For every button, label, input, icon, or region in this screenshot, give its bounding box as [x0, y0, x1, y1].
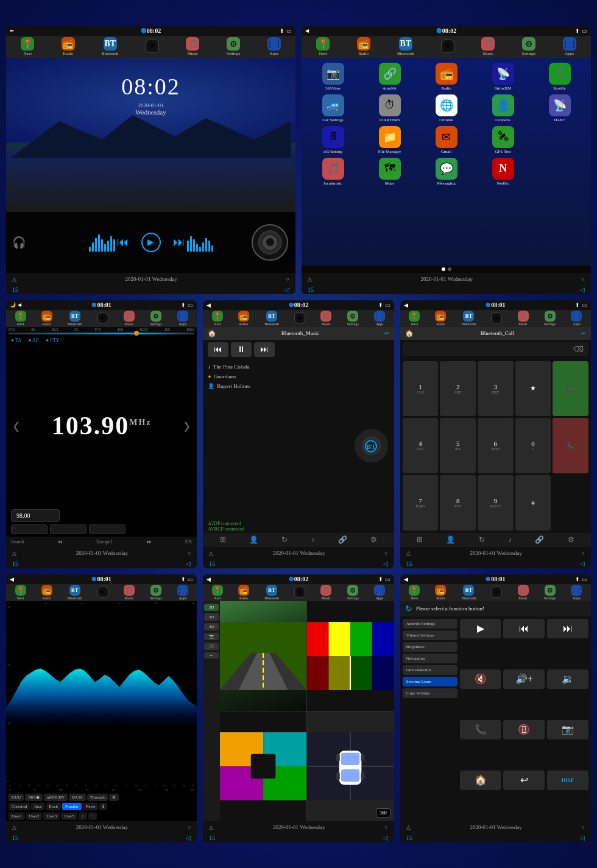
radio-next[interactable]: ❯ — [183, 420, 191, 432]
n6-radio[interactable]: 📻Radio — [41, 585, 52, 600]
eq-btn-plus[interactable]: ⊕ — [109, 794, 119, 801]
n6-music[interactable]: 🎵Music — [124, 585, 135, 600]
nav2-radio[interactable]: 📻Radio — [357, 37, 370, 56]
n5-apps[interactable]: ⋮⋮Apps — [571, 311, 582, 326]
key-4[interactable]: 4GHI — [403, 418, 439, 473]
n8-settings[interactable]: ⚙Settings — [544, 585, 556, 600]
eq-popular[interactable]: Popular — [62, 803, 82, 810]
eq-classical[interactable]: Classical — [9, 803, 30, 810]
radio-search[interactable]: Search — [11, 539, 24, 545]
nav-apps[interactable]: ⋮⋮ Apps — [267, 37, 281, 56]
music-controls[interactable]: ⏮ ▶ ⏭ — [117, 233, 185, 252]
app-360view[interactable]: 📷360View — [306, 63, 359, 91]
cam-photo-btn[interactable]: 📷 — [204, 633, 219, 640]
carset-btn-next[interactable]: ⏭ — [547, 619, 588, 638]
app-messaging[interactable]: 💬Messaging — [420, 158, 473, 186]
nav-music[interactable]: 🎵 Music — [186, 37, 199, 56]
call-grid-icon[interactable]: ⊞ — [417, 535, 423, 545]
radio-step-prev[interactable]: ⏮ — [58, 539, 63, 545]
n4-navi[interactable]: 📍Navi — [212, 311, 223, 326]
nav-navi[interactable]: 📍 Navi — [21, 37, 34, 56]
eq-btn-uuu[interactable]: UUU — [9, 794, 24, 801]
n8-cam[interactable]: 👁 — [491, 587, 502, 598]
key-end[interactable]: 📞 — [553, 418, 588, 473]
app-netflix[interactable]: NNetflix — [476, 158, 529, 186]
key-1[interactable]: 1GLD — [403, 361, 439, 417]
eq-jazz[interactable]: Jazz — [31, 803, 44, 810]
prev-btn[interactable]: ⏮ — [117, 235, 129, 249]
eq-reset[interactable]: Reset — [83, 803, 99, 810]
bt-pause-btn[interactable]: ⏸ — [231, 342, 252, 357]
n6-apps[interactable]: ⋮⋮Apps — [177, 585, 188, 600]
eq-btn-through[interactable]: Through — [87, 794, 108, 801]
call-person-icon[interactable]: 👤 — [446, 535, 455, 545]
key-0[interactable]: 0+ — [515, 418, 551, 473]
eq-user2[interactable]: User2 — [26, 813, 43, 820]
app-localmusic[interactable]: 🎵localmusic — [306, 158, 359, 186]
bt-person-icon[interactable]: 👤 — [249, 535, 258, 545]
bt-call-back[interactable]: ↩ — [581, 330, 586, 336]
carset-logo[interactable]: Logo Settings — [403, 688, 457, 698]
eq-btn-bass[interactable]: BASS — [69, 794, 86, 801]
call-gear-icon[interactable]: ⚙ — [568, 535, 574, 545]
bt-gear-icon[interactable]: ⚙ — [370, 535, 377, 545]
bt-next-btn[interactable]: ⏭ — [254, 342, 275, 357]
n7-bt[interactable]: BTBluetooth — [264, 585, 279, 600]
eq-user1[interactable]: User1 — [9, 813, 25, 820]
call-refresh-icon[interactable]: ↻ — [479, 535, 485, 545]
cam-video-btn[interactable]: 🎥 — [204, 643, 219, 650]
n3-music[interactable]: 🎵Music — [124, 311, 135, 326]
carset-btn-vol-down[interactable]: 🔉 — [547, 669, 588, 689]
app-iavsetting[interactable]: 🎚iAVSetting — [306, 126, 359, 154]
app-gpstest[interactable]: 🛰GPS Test — [476, 126, 529, 154]
nav2-apps[interactable]: ⋮⋮Apps — [563, 37, 576, 56]
next-btn[interactable]: ⏭ — [173, 235, 185, 249]
carset-btn-mute[interactable]: 🔇 — [460, 669, 501, 689]
key-5[interactable]: 5JKL — [440, 418, 476, 473]
carset-volume-settings[interactable]: Volume Settings — [403, 630, 457, 640]
eq-user5[interactable]: User5 — [61, 813, 77, 820]
nav-cam[interactable]: 👁 — [146, 40, 159, 54]
bt-refresh-icon[interactable]: ↻ — [281, 535, 288, 545]
n7-navi[interactable]: 📍Navi — [212, 585, 223, 600]
key-6[interactable]: 6MNO — [478, 418, 514, 473]
n6-navi[interactable]: 📍Navi — [15, 585, 26, 600]
n4-radio[interactable]: 📻Radio — [238, 311, 249, 326]
n8-navi[interactable]: 📍Navi — [409, 585, 420, 600]
nav2-music[interactable]: 🎵Music — [481, 37, 495, 56]
carset-steering[interactable]: Steering Learn — [403, 677, 457, 686]
n4-bt[interactable]: BTBluetooth — [264, 311, 279, 326]
n3-bt[interactable]: BTBluetooth — [68, 311, 82, 326]
n3-settings[interactable]: ⚙Settings — [150, 311, 161, 326]
key-7[interactable]: 7PQRS — [403, 475, 439, 531]
n7-cam[interactable]: 👁 — [294, 587, 305, 598]
app-gmail[interactable]: ✉Gmail — [420, 126, 473, 154]
nav2-settings[interactable]: ⚙Settings — [522, 37, 536, 56]
bt-playback-controls[interactable]: ⏮ ⏸ ⏭ — [203, 340, 394, 359]
phone-input[interactable]: ⌫ — [403, 342, 588, 356]
carset-btn-play[interactable]: ▶ — [460, 619, 501, 638]
key-8[interactable]: 8TUV — [440, 475, 476, 531]
n7-settings[interactable]: ⚙Settings — [347, 585, 359, 600]
app-siriusxm[interactable]: 📡SiriusXM — [476, 63, 529, 91]
app-dabplus[interactable]: 📡DAB+ — [533, 94, 586, 122]
app-radio[interactable]: 📻Radio — [420, 63, 473, 91]
bt-link-icon[interactable]: 🔗 — [338, 535, 347, 545]
n5-bt[interactable]: BTBluetooth — [462, 311, 476, 326]
eq-info[interactable]: ℹ — [99, 803, 107, 810]
app-chrome[interactable]: 🌐Chrome — [420, 94, 473, 122]
carset-btn-hang[interactable]: 📵 — [503, 720, 545, 739]
n3-navi[interactable]: 📍Navi — [15, 311, 26, 326]
backspace-icon[interactable]: ⌫ — [573, 345, 584, 354]
n5-radio[interactable]: 📻Radio — [435, 311, 446, 326]
nav2-navi[interactable]: 📍Navi — [316, 37, 330, 56]
call-note-icon[interactable]: ♪ — [508, 535, 512, 545]
n8-music[interactable]: 🎵Music — [518, 585, 529, 600]
bt-prev-btn[interactable]: ⏮ — [208, 342, 228, 357]
nav-radio[interactable]: 📻 Radio — [62, 37, 75, 56]
n6-settings[interactable]: ⚙Settings — [150, 585, 161, 600]
n3-cam[interactable]: 👁 — [97, 312, 108, 324]
nav-settings[interactable]: ⚙ Settings — [227, 37, 241, 56]
cam-3d-btn-2[interactable]: 3D — [204, 623, 219, 630]
n7-apps[interactable]: ⋮⋮Apps — [374, 585, 385, 600]
